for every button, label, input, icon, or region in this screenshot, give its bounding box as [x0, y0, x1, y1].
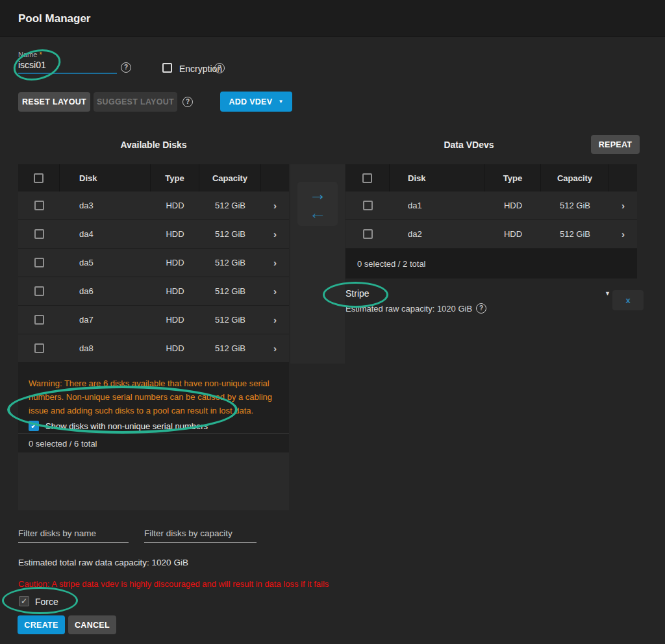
cancel-button[interactable]: CANCEL: [68, 615, 116, 634]
add-vdev-button[interactable]: ADD VDEV ▼: [220, 92, 292, 112]
chevron-right-icon[interactable]: ›: [261, 314, 289, 325]
name-help-icon[interactable]: ?: [121, 62, 131, 73]
row-checkbox[interactable]: [34, 201, 44, 210]
layout-help-icon[interactable]: ?: [182, 97, 193, 107]
column-header-capacity: Capacity: [199, 164, 261, 192]
raw-capacity-help-icon[interactable]: ?: [476, 303, 486, 314]
dialog-titlebar: Pool Manager: [0, 0, 665, 37]
table-row[interactable]: da6 HDD 512 GiB ›: [18, 277, 289, 306]
name-field-group: Name *: [18, 51, 117, 74]
column-header-disk: Disk: [390, 164, 485, 192]
required-marker: *: [39, 51, 42, 58]
column-header-type: Type: [151, 164, 199, 192]
vdev-table-header: Disk Type Capacity: [345, 164, 637, 192]
chevron-right-icon[interactable]: ›: [261, 200, 289, 211]
serial-warning-panel: Warning: There are 6 disks available tha…: [18, 363, 289, 433]
move-right-arrow-icon[interactable]: →: [309, 186, 327, 203]
show-nonunique-checkbox[interactable]: ✓: [29, 421, 39, 431]
available-table-header: Disk Type Capacity: [18, 164, 289, 192]
encryption-help-icon[interactable]: ?: [214, 63, 225, 73]
row-checkbox[interactable]: [34, 258, 44, 267]
available-disks-table: Disk Type Capacity da3 HDD 512 GiB › da4…: [18, 164, 289, 510]
serial-warning-text: Warning: There are 6 disks available tha…: [29, 377, 287, 417]
chevron-right-icon[interactable]: ›: [261, 286, 289, 297]
available-disks-title: Available Disks: [18, 140, 289, 150]
stripe-caution-text: Caution: A stripe data vdev is highly di…: [18, 579, 329, 589]
remove-vdev-button[interactable]: x: [612, 290, 644, 310]
create-button[interactable]: CREATE: [18, 615, 65, 634]
data-vdevs-table: Disk Type Capacity da1 HDD 512 GiB › da2…: [345, 164, 637, 279]
available-empty-area: [18, 452, 289, 510]
vdev-selection-summary: 0 selected / 2 total: [345, 249, 637, 279]
row-checkbox[interactable]: [34, 286, 44, 296]
chevron-right-icon[interactable]: ›: [609, 200, 637, 211]
name-field-label: Name *: [18, 51, 117, 58]
table-row[interactable]: da5 HDD 512 GiB ›: [18, 249, 289, 277]
data-vdevs-title: Data VDevs: [345, 140, 592, 150]
estimated-total-capacity: Estimated total raw data capacity: 1020 …: [18, 558, 188, 567]
table-row[interactable]: da8 HDD 512 GiB ›: [18, 334, 289, 363]
vdev-layout-value: Stripe: [345, 288, 370, 299]
column-header-capacity: Capacity: [541, 164, 609, 192]
available-selection-summary: 0 selected / 6 total: [18, 433, 289, 452]
filter-by-name-input[interactable]: [18, 527, 129, 543]
caret-down-icon: ▼: [605, 290, 610, 297]
filter-by-capacity-input[interactable]: [144, 527, 257, 543]
force-checkbox[interactable]: ✓: [19, 596, 29, 606]
page-title: Pool Manager: [0, 0, 665, 25]
column-header-type: Type: [485, 164, 541, 192]
reset-layout-button[interactable]: RESET LAYOUT: [18, 92, 90, 112]
move-left-arrow-icon[interactable]: ←: [309, 204, 327, 222]
estimated-raw-capacity: Estimated raw capacity: 1020 GiB: [345, 304, 472, 314]
pool-name-input[interactable]: [18, 58, 117, 74]
chevron-right-icon[interactable]: ›: [609, 229, 637, 240]
table-row[interactable]: da2 HDD 512 GiB ›: [345, 220, 637, 249]
suggest-layout-button[interactable]: SUGGEST LAYOUT: [94, 92, 177, 112]
show-nonunique-label: Show disks with non-unique serial number…: [45, 421, 208, 431]
table-row[interactable]: da1 HDD 512 GiB ›: [345, 192, 637, 220]
force-label: Force: [35, 597, 58, 607]
row-checkbox[interactable]: [363, 229, 373, 239]
table-row[interactable]: da4 HDD 512 GiB ›: [18, 220, 289, 249]
repeat-button[interactable]: REPEAT: [591, 135, 640, 154]
row-checkbox[interactable]: [34, 315, 44, 325]
chevron-right-icon[interactable]: ›: [261, 343, 289, 354]
column-header-disk: Disk: [60, 164, 151, 192]
chevron-right-icon[interactable]: ›: [261, 229, 289, 240]
caret-down-icon: ▼: [278, 99, 283, 105]
row-checkbox[interactable]: [34, 343, 44, 353]
vdev-layout-select[interactable]: Stripe ▼: [345, 286, 610, 301]
encryption-checkbox[interactable]: [162, 63, 172, 73]
transfer-arrows-panel: → ←: [297, 182, 338, 226]
chevron-right-icon[interactable]: ›: [261, 257, 289, 268]
select-all-checkbox[interactable]: [362, 173, 372, 183]
select-all-checkbox[interactable]: [34, 173, 44, 183]
row-checkbox[interactable]: [34, 229, 44, 239]
table-row[interactable]: da7 HDD 512 GiB ›: [18, 306, 289, 334]
row-checkbox[interactable]: [363, 201, 373, 210]
table-row[interactable]: da3 HDD 512 GiB ›: [18, 192, 289, 220]
